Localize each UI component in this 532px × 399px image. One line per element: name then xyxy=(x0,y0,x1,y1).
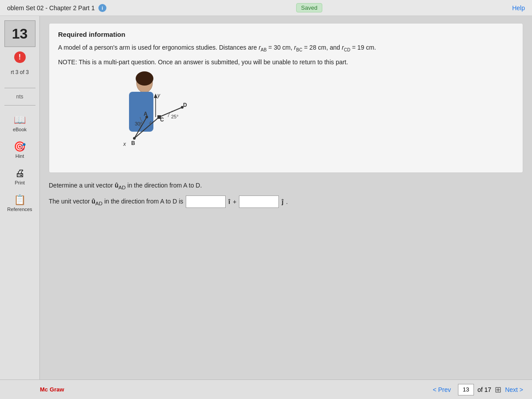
svg-text:B: B xyxy=(131,140,135,146)
references-icon: 📋 xyxy=(14,194,26,206)
content-area: Required information A model of a person… xyxy=(40,16,532,399)
info-box: Required information A model of a person… xyxy=(49,23,523,173)
references-label: References xyxy=(7,207,32,212)
hint-label: Hint xyxy=(16,153,24,159)
sidebar-divider xyxy=(4,88,35,88)
problem-number: 13 xyxy=(4,20,35,47)
svg-text:A: A xyxy=(144,111,148,117)
bottom-bar: Mc Graw < Prev 13 of 17 ⊞ Next > xyxy=(0,379,532,399)
print-label: Print xyxy=(15,180,25,185)
arm-diagram: y A B x 30° xyxy=(58,70,514,165)
part-label: rt 3 of 3 xyxy=(11,69,29,75)
unit-vector-prefix: The unit vector ûAD in the direction fro… xyxy=(49,198,183,206)
svg-text:4: 4 xyxy=(149,120,152,125)
unit-vector-line: The unit vector ûAD in the direction fro… xyxy=(49,196,523,208)
svg-text:25°: 25° xyxy=(171,114,179,119)
problem-description: A model of a person's arm is used for er… xyxy=(58,43,514,54)
prev-button[interactable]: < Prev xyxy=(429,384,454,395)
page-current: 13 xyxy=(458,384,474,395)
top-bar: oblem Set 02 - Chapter 2 Part 1 i Saved … xyxy=(0,0,532,16)
required-info-title: Required information xyxy=(58,31,514,38)
ebook-label: eBook xyxy=(13,127,27,132)
j-component-input[interactable] xyxy=(239,196,279,208)
saved-badge: Saved xyxy=(296,3,322,12)
mcgraw-graw: Graw xyxy=(50,386,64,393)
bottom-left: Mc Graw xyxy=(40,386,64,393)
sidebar: 13 ! rt 3 of 3 nts 📖 eBook 🎯 Hint 🖨 Prin… xyxy=(0,16,40,399)
note-text: NOTE: This is a multi-part question. Onc… xyxy=(58,57,514,67)
sidebar-item-ebook[interactable]: 📖 eBook xyxy=(2,111,38,136)
svg-text:y: y xyxy=(157,92,160,98)
svg-point-1 xyxy=(136,71,153,86)
hint-icon: 🎯 xyxy=(14,141,26,153)
i-hat-symbol: î xyxy=(228,198,230,205)
page-of: of 17 xyxy=(477,386,491,393)
svg-text:D: D xyxy=(183,102,187,108)
sidebar-item-references[interactable]: 📋 References xyxy=(2,191,38,215)
period: . xyxy=(286,198,288,205)
ebook-icon: 📖 xyxy=(14,114,26,126)
info-icon[interactable]: i xyxy=(98,4,106,12)
top-bar-left: oblem Set 02 - Chapter 2 Part 1 i xyxy=(7,4,106,12)
plus-symbol: + xyxy=(233,198,236,205)
print-icon: 🖨 xyxy=(15,168,25,179)
mcgraw-mc: Mc xyxy=(40,386,48,393)
mcgraw-logo: Mc Graw xyxy=(40,386,64,393)
j-hat-symbol: ĵ xyxy=(282,198,283,205)
svg-text:3: 3 xyxy=(139,122,141,127)
alert-icon[interactable]: ! xyxy=(14,51,26,63)
help-button[interactable]: Help xyxy=(512,4,525,12)
sidebar-divider-2 xyxy=(4,105,35,106)
svg-text:x: x xyxy=(123,141,126,147)
points-label: nts xyxy=(16,94,23,100)
grid-icon[interactable]: ⊞ xyxy=(495,385,501,395)
sidebar-item-print[interactable]: 🖨 Print xyxy=(2,164,38,189)
page-title: oblem Set 02 - Chapter 2 Part 1 xyxy=(7,4,95,12)
sidebar-item-hint[interactable]: 🎯 Hint xyxy=(2,137,38,162)
svg-marker-5 xyxy=(154,94,157,98)
i-component-input[interactable] xyxy=(186,196,226,208)
main-layout: 13 ! rt 3 of 3 nts 📖 eBook 🎯 Hint 🖨 Prin… xyxy=(0,16,532,399)
determine-text: Determine a unit vector ûAD in the direc… xyxy=(49,182,523,190)
page-indicator: < Prev 13 of 17 ⊞ Next > xyxy=(429,384,523,395)
next-button[interactable]: Next > xyxy=(505,386,523,393)
answer-section: Determine a unit vector ûAD in the direc… xyxy=(49,182,523,212)
